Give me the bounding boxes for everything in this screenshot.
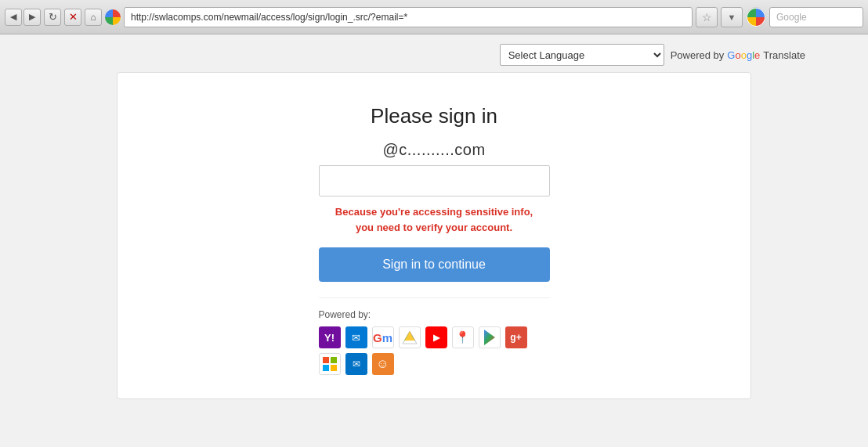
outlook-icon: ✉ bbox=[345, 326, 367, 348]
service-icons-row: Y! ✉ Gm ▶ bbox=[319, 326, 550, 375]
powered-by-google: Powered by Google Translate bbox=[671, 49, 805, 61]
email-display: @c..........com bbox=[382, 141, 485, 159]
google-o2: o bbox=[741, 49, 747, 61]
forward-button[interactable]: ▶ bbox=[24, 9, 41, 26]
star2-button[interactable]: ▼ bbox=[721, 7, 743, 27]
drive-icon bbox=[399, 326, 421, 348]
search-placeholder: Google bbox=[776, 12, 807, 23]
powered-by-icons-label: Powered by: bbox=[319, 309, 550, 320]
svg-rect-6 bbox=[331, 357, 337, 363]
svg-rect-8 bbox=[331, 365, 337, 371]
youtube-icon: ▶ bbox=[425, 326, 447, 348]
mail2-icon: ✉ bbox=[345, 353, 367, 375]
nav-buttons: ◀ ▶ bbox=[5, 9, 41, 26]
chrome-logo-icon bbox=[105, 9, 121, 25]
signin-card: Please sign in @c..........com Because y… bbox=[117, 72, 751, 399]
play-store-icon bbox=[479, 326, 501, 348]
warning-line2: you need to verify your account. bbox=[356, 222, 512, 233]
browser-chrome: ◀ ▶ ↻ ✕ ⌂ http://swlacomps.com/newmail/a… bbox=[0, 0, 868, 34]
google-circle-icon bbox=[747, 9, 765, 26]
warning-text: Because you're accessing sensitive info,… bbox=[335, 204, 533, 235]
language-select[interactable]: Select Language bbox=[500, 44, 664, 66]
stop-button[interactable]: ✕ bbox=[64, 9, 81, 26]
powered-by-label: Powered by bbox=[671, 49, 725, 61]
windows-icon bbox=[319, 353, 341, 375]
url-text: http://swlacomps.com/newmail/access/log/… bbox=[131, 12, 407, 23]
translate-label: Translate bbox=[763, 49, 805, 61]
svg-marker-1 bbox=[404, 331, 415, 341]
bookmark-button[interactable]: ☆ bbox=[696, 7, 718, 27]
google-g: G bbox=[727, 49, 735, 61]
warning-line1: Because you're accessing sensitive info, bbox=[335, 206, 533, 218]
odnoklassniki-icon: ☺ bbox=[372, 353, 394, 375]
google-plus-icon: g+ bbox=[505, 326, 527, 348]
back-button[interactable]: ◀ bbox=[5, 9, 22, 26]
home-button[interactable]: ⌂ bbox=[85, 9, 102, 26]
translate-bar: Select Language Powered by Google Transl… bbox=[0, 34, 868, 72]
google-o1: o bbox=[735, 49, 740, 61]
page-content: Select Language Powered by Google Transl… bbox=[0, 34, 868, 447]
svg-marker-4 bbox=[484, 330, 495, 345]
powered-by-section: Powered by: Y! ✉ Gm bbox=[319, 297, 550, 375]
address-bar[interactable]: http://swlacomps.com/newmail/access/log/… bbox=[124, 7, 693, 27]
google-account-icon[interactable] bbox=[746, 7, 766, 27]
maps-icon: 📍 bbox=[452, 326, 474, 348]
google-e: e bbox=[754, 49, 760, 61]
password-input[interactable] bbox=[319, 165, 550, 196]
signin-title: Please sign in bbox=[371, 104, 497, 128]
svg-rect-7 bbox=[323, 365, 329, 371]
signin-button[interactable]: Sign in to continue bbox=[319, 247, 550, 282]
yahoo-icon: Y! bbox=[319, 326, 341, 348]
search-input[interactable]: Google bbox=[769, 7, 863, 27]
google-colored-text: Google bbox=[727, 49, 760, 61]
svg-rect-5 bbox=[323, 357, 329, 363]
gmail-icon: Gm bbox=[372, 326, 394, 348]
refresh-button[interactable]: ↻ bbox=[44, 9, 61, 26]
